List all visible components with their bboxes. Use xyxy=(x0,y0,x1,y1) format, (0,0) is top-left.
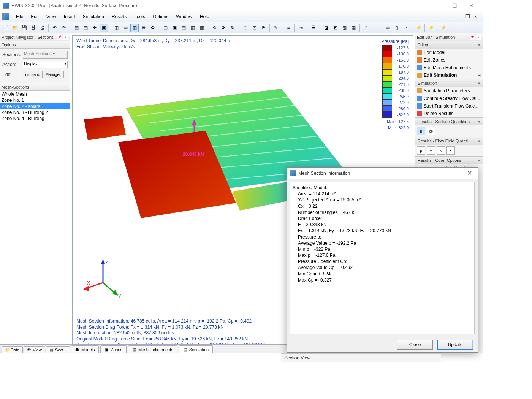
menu-file[interactable]: File xyxy=(12,13,27,21)
list-item[interactable]: Zone No. 3 - Building 2 xyxy=(0,109,70,116)
sim-item[interactable]: Delete Results xyxy=(415,110,483,117)
list-item[interactable]: Zone No. 2 - solars xyxy=(0,103,70,109)
mdi-close[interactable]: × xyxy=(473,14,478,19)
box1-icon[interactable]: ◫ xyxy=(112,24,120,32)
minimize-button[interactable]: — xyxy=(429,0,446,11)
menu-edit[interactable]: Edit xyxy=(27,13,43,21)
pressure-p-button[interactable]: p xyxy=(417,127,425,135)
flow-v-button[interactable]: v xyxy=(427,146,435,155)
box3-icon[interactable]: ▥ xyxy=(130,24,139,32)
editor-section-header[interactable]: Editor▾ xyxy=(415,41,483,49)
vert-icon[interactable]: ▯ xyxy=(393,24,401,32)
rotate2-icon[interactable]: ⟳ xyxy=(219,24,228,32)
misc2-icon[interactable]: ◩ xyxy=(331,24,339,32)
menu-insert[interactable]: Insert xyxy=(60,13,79,21)
cube2-icon[interactable]: ◳ xyxy=(250,24,258,32)
simulation-section-header[interactable]: Simulation▾ xyxy=(415,79,483,87)
flag-icon[interactable]: ⚑ xyxy=(259,24,268,32)
flow-quantities-header[interactable]: Results - Flow Field Quanti...▾ xyxy=(415,137,483,145)
doc-tab-models[interactable]: ⬢Models xyxy=(71,345,99,353)
menu-results[interactable]: Results xyxy=(108,13,131,21)
misc4-icon[interactable]: ▨ xyxy=(349,24,358,32)
save-icon[interactable]: 💾 xyxy=(20,24,28,32)
menu-view[interactable]: View xyxy=(43,13,60,21)
flow-k-button[interactable]: k xyxy=(437,146,445,155)
list-item[interactable]: Whole Mesh xyxy=(0,91,70,97)
action-select[interactable]: Display ▾ xyxy=(23,61,68,68)
light2-icon[interactable]: ⚡ xyxy=(427,24,435,32)
new-icon[interactable]: 📄 xyxy=(2,24,10,32)
gear-icon[interactable]: ✳ xyxy=(139,24,148,32)
flow-p-button[interactable]: p xyxy=(417,146,425,155)
edit-manager-button[interactable]: Manager.. xyxy=(44,71,64,78)
dialog-close-icon[interactable]: ✕ xyxy=(464,169,475,177)
surface-quantities-header[interactable]: Results - Surface Quantities▾ xyxy=(415,118,483,125)
align-icon[interactable]: ⇥ xyxy=(297,24,305,32)
mdi-restore[interactable]: ❐ xyxy=(464,14,471,19)
grid2-icon[interactable]: ▤ xyxy=(81,24,90,32)
stack-icon[interactable]: ☰ xyxy=(309,24,318,32)
sections-select[interactable]: Mesh-Sections ▾ xyxy=(23,51,68,59)
nav-tab-view[interactable]: 👁View xyxy=(24,346,45,353)
edit-command-button[interactable]: ommand xyxy=(23,71,43,78)
nav-tab-data[interactable]: 📁Data xyxy=(2,346,23,353)
menu-options[interactable]: Options xyxy=(149,13,172,21)
select-icon[interactable]: ▣ xyxy=(100,24,108,32)
rotate3-icon[interactable]: ↻ xyxy=(228,24,237,32)
maximize-button[interactable]: ☐ xyxy=(446,0,463,11)
saveall-icon[interactable]: 🗄 xyxy=(29,24,37,32)
flag2-icon[interactable]: ⚐ xyxy=(362,24,370,32)
sim-item[interactable]: Simulation Parameters... xyxy=(415,87,483,95)
grid-icon[interactable]: ▦ xyxy=(72,24,81,32)
close-button[interactable]: ✕ xyxy=(463,0,480,11)
light3-icon[interactable]: ⚡ xyxy=(439,24,448,32)
editor-item[interactable]: Edit Simulation◂ xyxy=(415,71,483,79)
nav-tab-sect[interactable]: ▤Sect... xyxy=(46,346,70,353)
close-panel-icon[interactable]: × xyxy=(63,35,68,40)
menu-tools[interactable]: Tools xyxy=(131,13,149,21)
open-icon[interactable]: 📂 xyxy=(11,24,19,32)
box2-icon[interactable]: ▭ xyxy=(121,24,130,32)
arrow-icon[interactable]: ↗ xyxy=(402,24,410,32)
editor-item[interactable]: Edit Zones xyxy=(415,56,483,64)
other-options-header[interactable]: Results - Other Options▾ xyxy=(415,157,483,164)
sim-item[interactable]: Start Transient Flow Calc... xyxy=(415,102,483,110)
menu-simulation[interactable]: Simulation xyxy=(79,13,108,21)
close-button[interactable]: Close xyxy=(397,340,433,350)
editor-item[interactable]: Edit Mesh Refinements xyxy=(415,64,483,71)
rotate1-icon[interactable]: ⟲ xyxy=(210,24,218,32)
doc-tab-zones[interactable]: ▣Zones xyxy=(100,345,127,353)
draw-icon[interactable]: ✎ xyxy=(272,24,280,32)
layer-icon[interactable]: ≡ xyxy=(284,24,293,32)
pin-icon[interactable]: 📌 xyxy=(470,35,475,40)
view4-icon[interactable]: ▥ xyxy=(188,24,197,32)
box-icon[interactable]: ▭ xyxy=(383,24,392,32)
flow-e-button[interactable]: ε xyxy=(446,146,455,155)
dash-icon[interactable]: — xyxy=(374,24,383,32)
pressure-cp-button[interactable]: cp xyxy=(427,127,435,135)
editor-item[interactable]: Edit Model xyxy=(415,49,483,56)
view5-icon[interactable]: ▦ xyxy=(198,24,206,32)
list-item[interactable]: Zone No. 1 xyxy=(0,97,70,103)
undo-icon[interactable]: ↶ xyxy=(51,24,59,32)
sim-item[interactable]: Continue Steady Flow Cal... xyxy=(415,95,483,102)
close-panel-icon[interactable]: × xyxy=(476,35,481,40)
redo-icon[interactable]: ↷ xyxy=(60,24,68,32)
pin-icon[interactable]: 📌 xyxy=(57,35,62,40)
view3-icon[interactable]: ▤ xyxy=(179,24,188,32)
dialog-titlebar[interactable]: Mesh Section Information ✕ xyxy=(287,168,478,179)
menu-window[interactable]: Window xyxy=(172,13,196,21)
print-icon[interactable]: 🖨 xyxy=(38,24,46,32)
misc1-icon[interactable]: ◪ xyxy=(322,24,330,32)
tool-icon[interactable]: ✿ xyxy=(149,24,157,32)
cube1-icon[interactable]: ⬚ xyxy=(241,24,249,32)
light1-icon[interactable]: ⚡ xyxy=(414,24,423,32)
view1-icon[interactable]: ▢ xyxy=(161,24,169,32)
doc-tab-simulation[interactable]: ▤Simulation xyxy=(179,345,213,353)
mdi-minimize[interactable]: – xyxy=(458,14,463,19)
misc3-icon[interactable]: ▧ xyxy=(340,24,348,32)
view2-icon[interactable]: ▣ xyxy=(170,24,179,32)
menu-help[interactable]: Help xyxy=(196,13,213,21)
doc-tab-mesh-refinements[interactable]: ▦Mesh Refinements xyxy=(128,345,177,353)
mesh-sections-list[interactable]: Whole MeshZone No. 1Zone No. 2 - solarsZ… xyxy=(0,91,70,344)
